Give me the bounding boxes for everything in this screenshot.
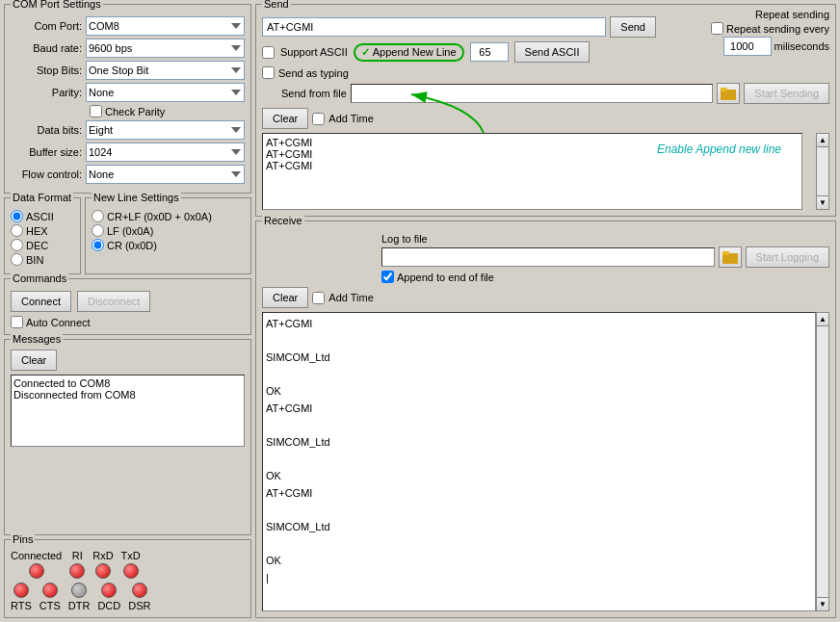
data-format-title: Data Format <box>11 192 73 203</box>
repeat-interval-input[interactable] <box>723 37 772 56</box>
send-button[interactable]: Send <box>610 16 656 38</box>
recv-line-4 <box>266 367 812 384</box>
svg-rect-1 <box>721 88 727 91</box>
repeat-sending-title: Repeat sending <box>711 9 829 20</box>
new-line-settings-group: New Line Settings CR+LF (0x0D + 0x0A) LF… <box>85 197 251 274</box>
check-parity-checkbox[interactable] <box>90 105 102 117</box>
milliseconds-label: miliseconds <box>774 40 829 52</box>
receive-clear-row: Clear Add Time <box>262 287 829 308</box>
receive-add-time-checkbox[interactable] <box>312 292 325 304</box>
browse-button[interactable] <box>717 83 740 104</box>
auto-connect-checkbox[interactable] <box>11 316 23 328</box>
receive-log-container: AT+CGMI SIMCOM_Ltd OK AT+CGMI SIMCOM_Ltd… <box>262 312 829 611</box>
log-browse-button[interactable] <box>719 246 742 268</box>
ascii-radio[interactable] <box>11 210 23 222</box>
send-as-typing-checkbox[interactable] <box>262 66 275 79</box>
recv-line-6: AT+CGMI <box>266 401 812 418</box>
log-to-file-area: Log to file Start Logging A <box>381 233 829 283</box>
format-settings-row: Data Format ASCII HEX DEC BIN New Line S… <box>4 197 251 274</box>
send-scroll-up[interactable]: ▲ <box>817 134 828 147</box>
start-logging-button[interactable]: Start Logging <box>746 246 829 268</box>
disconnect-button[interactable]: Disconnect <box>77 291 150 312</box>
receive-scroll-track <box>817 326 828 597</box>
rxd-pin-light <box>95 563 111 579</box>
send-add-time-checkbox[interactable] <box>312 113 325 125</box>
left-panel: COM Port Settings Com Port: COM8 Baud ra… <box>0 0 255 622</box>
ascii-label: ASCII <box>26 211 54 222</box>
connect-button[interactable]: Connect <box>11 291 71 312</box>
recv-line-11: AT+CGMI <box>266 485 812 503</box>
recv-line-15: OK <box>266 553 812 570</box>
flow-control-select[interactable]: None <box>86 165 245 184</box>
append-new-line-label: Append New Line <box>373 46 457 58</box>
baud-rate-label: Baud rate: <box>11 42 86 54</box>
data-bits-select[interactable]: Eight <box>86 120 245 140</box>
ri-pin: RI <box>69 550 85 579</box>
append-checkmark: ✓ <box>361 46 370 59</box>
cts-pin-light <box>42 583 58 598</box>
log-folder-icon <box>722 250 738 264</box>
repeat-sending-checkbox[interactable] <box>711 22 723 35</box>
file-path-display <box>351 84 713 103</box>
send-log-line-1: AT+CGMI <box>266 137 799 148</box>
buffer-size-select[interactable]: 1024 <box>86 143 245 162</box>
ascii-value-input[interactable] <box>470 42 509 62</box>
parity-label: Parity: <box>11 87 86 98</box>
data-format-group: Data Format ASCII HEX DEC BIN <box>4 197 81 274</box>
dsr-pin-light <box>132 583 147 598</box>
commands-title: Commands <box>11 272 68 284</box>
send-scrollbar[interactable]: ▲ ▼ <box>816 133 829 210</box>
send-scroll-down[interactable]: ▼ <box>817 195 828 209</box>
receive-clear-button[interactable]: Clear <box>262 287 308 308</box>
recv-line-14 <box>266 536 812 554</box>
crlf-radio[interactable] <box>92 210 104 222</box>
svg-rect-4 <box>722 251 729 255</box>
append-to-file-checkbox[interactable] <box>381 271 394 283</box>
recv-line-9 <box>266 452 812 469</box>
check-parity-label: Check Parity <box>105 106 165 117</box>
new-line-settings-title: New Line Settings <box>92 192 181 203</box>
bin-radio[interactable] <box>11 253 23 266</box>
send-log-area: AT+CGMI AT+CGMI AT+CGMI <box>262 133 802 210</box>
append-new-line-highlight: ✓ Append New Line <box>354 43 464 62</box>
receive-scroll-down[interactable]: ▼ <box>817 597 828 610</box>
baud-rate-select[interactable]: 9600 bps <box>86 39 245 58</box>
send-log-container: AT+CGMI AT+CGMI AT+CGMI ▲ ▼ Enable Appen… <box>262 133 829 210</box>
recv-line-7 <box>266 418 812 435</box>
dec-radio[interactable] <box>11 239 23 251</box>
hex-radio[interactable] <box>11 224 23 237</box>
receive-title: Receive <box>262 215 304 226</box>
receive-scrollbar[interactable]: ▲ ▼ <box>816 312 829 611</box>
lf-label: LF (0x0A) <box>107 225 153 237</box>
dsr-pin: DSR <box>128 583 150 611</box>
rxd-pin: RxD <box>92 550 113 579</box>
com-port-select[interactable]: COM8 <box>86 16 245 36</box>
send-ascii-button[interactable]: Send ASCII <box>514 41 591 63</box>
cr-radio[interactable] <box>92 239 104 251</box>
recv-line-13: SIMCOM_Ltd <box>266 519 812 536</box>
recv-line-10: OK <box>266 468 812 485</box>
receive-group: Receive Log to file <box>255 220 836 618</box>
messages-clear-button[interactable]: Clear <box>11 350 57 371</box>
send-clear-button[interactable]: Clear <box>262 108 308 129</box>
dtr-pin: DTR <box>68 583 91 611</box>
pins-title: Pins <box>11 533 35 545</box>
start-sending-button[interactable]: Start Sending <box>744 83 829 104</box>
stop-bits-select[interactable]: One Stop Bit <box>86 61 245 80</box>
receive-top-row: Log to file Start Logging A <box>262 233 829 283</box>
message-line-1: Connected to COM8 <box>13 377 242 389</box>
dsr-pin-label: DSR <box>128 600 150 611</box>
send-input[interactable] <box>262 17 606 37</box>
send-log-line-3: AT+CGMI <box>266 160 799 171</box>
receive-scroll-up[interactable]: ▲ <box>817 313 828 326</box>
auto-connect-label: Auto Connect <box>26 317 91 328</box>
parity-select[interactable]: None <box>86 83 245 102</box>
support-ascii-checkbox[interactable] <box>262 46 275 59</box>
ri-pin-label: RI <box>72 550 83 561</box>
lf-radio[interactable] <box>92 224 104 237</box>
buffer-size-label: Buffer size: <box>11 146 86 158</box>
commands-group: Commands Connect Disconnect Auto Connect <box>4 278 251 335</box>
receive-log-area: AT+CGMI SIMCOM_Ltd OK AT+CGMI SIMCOM_Ltd… <box>262 312 816 611</box>
dec-label: DEC <box>26 240 48 251</box>
recv-line-5: OK <box>266 383 812 401</box>
